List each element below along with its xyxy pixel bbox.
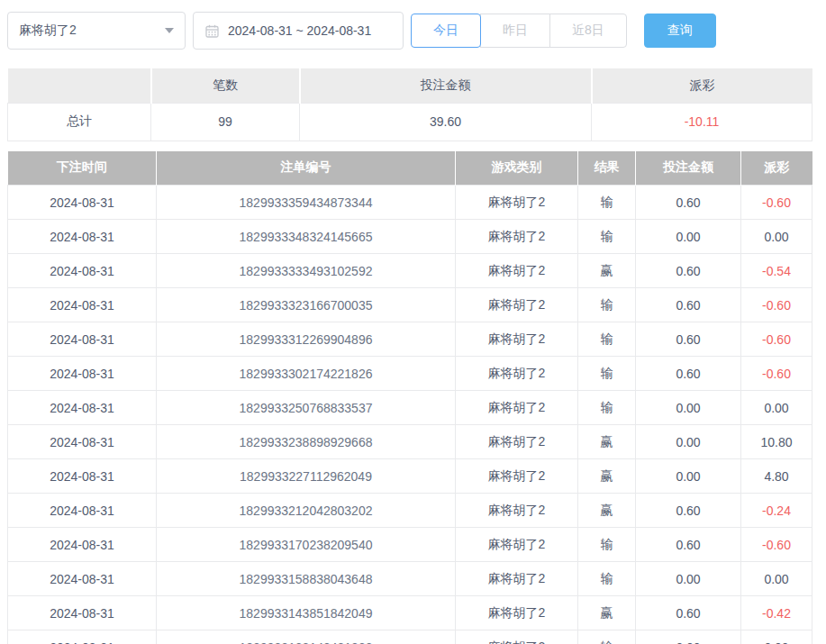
bet-amount-cell: 0.00 (636, 391, 741, 425)
table-row: 2024-08-31 1829933302174221826 麻将胡了2 输 0… (8, 357, 812, 391)
payout-cell: 4.80 (741, 459, 812, 494)
game-type-cell: 麻将胡了2 (456, 322, 578, 357)
game-select-value: 麻将胡了2 (19, 23, 77, 39)
bet-id-cell: 1829933238898929668 (157, 425, 456, 459)
bet-date-cell: 2024-08-31 (8, 186, 157, 220)
calendar-icon (205, 24, 219, 38)
date-range-input[interactable]: 2024-08-31 ~ 2024-08-31 (193, 12, 404, 50)
table-row: 2024-08-31 1829933170238209540 麻将胡了2 输 0… (8, 528, 812, 562)
payout-cell: 10.80 (741, 425, 812, 459)
header-result: 结果 (578, 151, 636, 186)
date-range-value: 2024-08-31 ~ 2024-08-31 (228, 23, 371, 38)
result-cell: 输 (578, 630, 636, 644)
bet-table-body: 2024-08-31 1829933359434873344 麻将胡了2 输 0… (8, 186, 812, 644)
payout-cell: -0.54 (741, 254, 812, 288)
game-type-cell: 麻将胡了2 (456, 459, 578, 494)
header-bet-time: 下注时间 (8, 151, 157, 186)
bet-amount-cell: 0.00 (636, 220, 741, 254)
bet-id-cell: 1829933359434873344 (157, 186, 456, 220)
payout-cell: 0.00 (741, 220, 812, 254)
bet-records-table: 下注时间 注单编号 游戏类别 结果 投注金额 派彩 2024-08-31 182… (7, 151, 812, 644)
bet-id-cell: 1829933302174221826 (157, 357, 456, 391)
game-type-cell: 麻将胡了2 (456, 596, 578, 630)
yesterday-button[interactable]: 昨日 (480, 14, 550, 48)
result-cell: 赢 (578, 425, 636, 459)
table-row: 2024-08-31 1829933158838043648 麻将胡了2 输 0… (8, 562, 812, 596)
payout-cell: -0.60 (741, 322, 812, 357)
bet-date-cell: 2024-08-31 (8, 220, 157, 254)
summary-amount-value: 39.60 (300, 103, 592, 141)
bet-id-cell: 1829933323166700035 (157, 288, 456, 322)
summary-header-row: 笔数 投注金额 派彩 (8, 68, 812, 103)
table-row: 2024-08-31 1829933312269904896 麻将胡了2 输 0… (8, 322, 812, 357)
bet-date-cell: 2024-08-31 (8, 494, 157, 528)
bet-amount-cell: 0.00 (636, 562, 741, 596)
table-row: 2024-08-31 1829933238898929668 麻将胡了2 赢 0… (8, 425, 812, 459)
bet-id-cell: 1829933312269904896 (157, 322, 456, 357)
bet-amount-cell: 0.60 (636, 186, 741, 220)
game-type-cell: 麻将胡了2 (456, 425, 578, 459)
bet-amount-cell: 0.60 (636, 254, 741, 288)
summary-header-payout: 派彩 (592, 68, 812, 103)
result-cell: 输 (578, 562, 636, 596)
payout-cell: -0.60 (741, 186, 812, 220)
bet-date-cell: 2024-08-31 (8, 528, 157, 562)
table-row: 2024-08-31 1829933143851842049 麻将胡了2 赢 0… (8, 596, 812, 630)
today-button[interactable]: 今日 (411, 14, 481, 48)
bet-amount-cell: 0.00 (636, 459, 741, 494)
summary-total-row: 总计 99 39.60 -10.11 (8, 103, 812, 141)
result-cell: 赢 (578, 254, 636, 288)
summary-count-value: 99 (151, 103, 300, 141)
payout-cell: -0.60 (741, 288, 812, 322)
bet-amount-cell: 0.60 (636, 494, 741, 528)
payout-cell: 0.00 (741, 391, 812, 425)
table-row: 2024-08-31 1829933323166700035 麻将胡了2 输 0… (8, 288, 812, 322)
game-type-cell: 麻将胡了2 (456, 562, 578, 596)
result-cell: 输 (578, 220, 636, 254)
bet-date-cell: 2024-08-31 (8, 425, 157, 459)
game-select[interactable]: 麻将胡了2 (7, 12, 186, 50)
bet-amount-cell: 0.00 (636, 425, 741, 459)
game-type-cell: 麻将胡了2 (456, 357, 578, 391)
header-bet-amount: 投注金额 (636, 151, 741, 186)
summary-header-empty (8, 68, 151, 103)
table-row: 2024-08-31 1829933128143481832 麻将胡了2 输 0… (8, 630, 812, 644)
game-type-cell: 麻将胡了2 (456, 391, 578, 425)
table-row: 2024-08-31 1829933333493102592 麻将胡了2 赢 0… (8, 254, 812, 288)
result-cell: 输 (578, 391, 636, 425)
game-type-cell: 麻将胡了2 (456, 630, 578, 644)
bet-date-cell: 2024-08-31 (8, 562, 157, 596)
bet-amount-cell: 0.60 (636, 596, 741, 630)
header-payout: 派彩 (741, 151, 812, 186)
chevron-down-icon (165, 28, 174, 33)
query-button[interactable]: 查询 (644, 14, 716, 48)
bet-id-cell: 1829933128143481832 (157, 630, 456, 644)
result-cell: 赢 (578, 494, 636, 528)
bet-id-cell: 1829933212042803202 (157, 494, 456, 528)
bet-amount-cell: 0.60 (636, 322, 741, 357)
payout-cell: 0.00 (741, 630, 812, 644)
bet-id-cell: 1829933170238209540 (157, 528, 456, 562)
page: 麻将胡了2 2024-08-31 ~ 2024-08-31 (0, 0, 826, 644)
summary-table: 笔数 投注金额 派彩 总计 99 39.60 -10.11 (7, 68, 812, 141)
toolbar: 麻将胡了2 2024-08-31 ~ 2024-08-31 (7, 0, 819, 50)
result-cell: 赢 (578, 596, 636, 630)
result-cell: 输 (578, 357, 636, 391)
last-8-days-button[interactable]: 近8日 (549, 14, 627, 48)
table-row: 2024-08-31 1829933348324145665 麻将胡了2 输 0… (8, 220, 812, 254)
header-bet-id: 注单编号 (157, 151, 456, 186)
bet-id-cell: 1829933143851842049 (157, 596, 456, 630)
bet-date-cell: 2024-08-31 (8, 459, 157, 494)
summary-payout-value: -10.11 (592, 103, 812, 141)
bet-date-cell: 2024-08-31 (8, 357, 157, 391)
payout-cell: -0.60 (741, 357, 812, 391)
result-cell: 输 (578, 322, 636, 357)
bet-amount-cell: 0.00 (636, 630, 741, 644)
payout-cell: -0.60 (741, 528, 812, 562)
bet-date-cell: 2024-08-31 (8, 596, 157, 630)
game-type-cell: 麻将胡了2 (456, 186, 578, 220)
result-cell: 输 (578, 528, 636, 562)
bet-id-cell: 1829933158838043648 (157, 562, 456, 596)
header-game-type: 游戏类别 (456, 151, 578, 186)
summary-header-count: 笔数 (151, 68, 300, 103)
